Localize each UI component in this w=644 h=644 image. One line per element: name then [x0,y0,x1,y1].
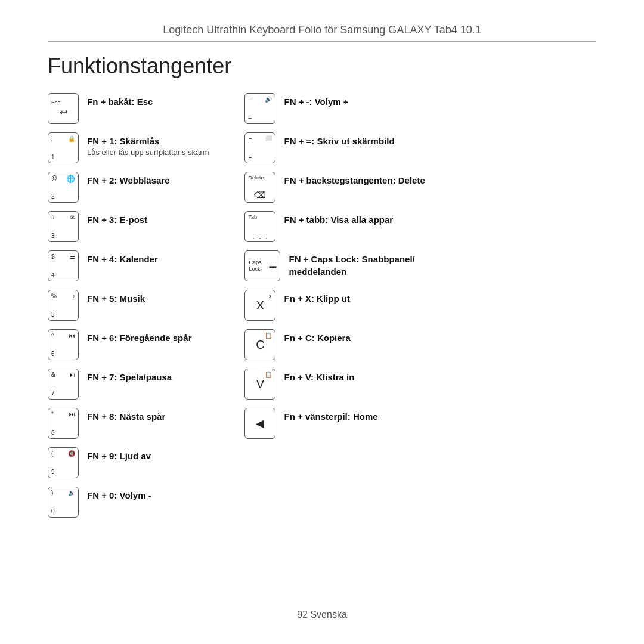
list-item: + ⬜ = FN + =: Skriv ut skärmbild [244,132,425,163]
key-v-label: V [256,377,264,391]
key-v: V 📋 [244,369,275,400]
list-item: – 🔊 – FN + -: Volym + [244,93,425,124]
fn-bold-text: Fn + vänsterpil: Home [284,411,377,422]
key-c-super: 📋 [265,332,272,339]
key-label: Delete [248,175,264,181]
key-top-right: ⏭ [69,411,75,417]
caps-label-bottom: Lock [249,266,260,273]
list-item: Tab ⋮⋮⋮ FN + tabb: Visa alla appar [244,211,425,242]
fn-bold-text: FN + 2: Webbläsare [87,175,170,185]
left-column: Esc ↩ Fn + bakåt: Esc ! 🔒 1 FN + 1: S [48,93,209,518]
key-equals: + ⬜ = [244,132,275,163]
key-top-left: $ [51,253,55,260]
key-top-right: 🔇 [68,450,75,457]
fn-sub-text: Lås eller lås upp surfplattans skärm [87,147,209,158]
fn-description: FN + -: Volym + [284,93,348,108]
key-6: ^ ⏮ 6 [48,329,79,360]
key-top-left: % [51,293,57,299]
fn-bold-text: FN + =: Skriv ut skärmbild [284,136,394,146]
key-top-left: @ [51,175,57,181]
fn-bold-text: FN + Caps Lock: Snabbpanel/meddelanden [289,254,414,277]
list-item: & ⏯ 7 FN + 7: Spela/pausa [48,369,209,400]
key-7: & ⏯ 7 [48,369,79,400]
key-top-right: 🔊 [265,96,272,103]
fn-description: FN + 5: Musik [87,290,145,305]
list-item: ( 🔇 9 FN + 9: Ljud av [48,447,209,478]
fn-description: Fn + vänsterpil: Home [284,408,377,423]
fn-description: FN + tabb: Visa alla appar [284,211,393,226]
fn-bold-text: FN + 5: Musik [87,293,145,304]
key-top-right: 🔉 [68,490,75,496]
fn-description: FN + 2: Webbläsare [87,172,170,187]
caps-label-group: Caps Lock [249,259,261,273]
key-bottom-left: 7 [51,390,55,397]
key-top-right: ✉ [70,214,75,221]
list-item: ◀ Fn + vänsterpil: Home [244,408,425,439]
fn-bold-text: Fn + C: Kopiera [284,333,350,343]
fn-description: FN + 6: Föregående spår [87,329,191,344]
key-top-right: ⏯ [69,371,75,378]
key-top-right: ⬜ [265,135,272,141]
list-item: Delete ⌫ FN + backstegstangenten: Delete [244,172,425,203]
fn-bold-text: FN + tabb: Visa alla appar [284,215,393,225]
key-bottom-left: 6 [51,351,55,357]
key-x-super: x [268,293,271,299]
key-2: @ 🌐 2 [48,172,79,203]
key-bottom-left: 2 [51,193,55,200]
key-top-right: ☰ [70,253,75,260]
content-area: Esc ↩ Fn + bakåt: Esc ! 🔒 1 FN + 1: S [48,93,596,518]
key-top-left: + [248,135,252,142]
fn-description: Fn + bakåt: Esc [87,93,153,108]
fn-description: FN + 3: E-post [87,211,147,226]
key-c: C 📋 [244,329,275,360]
key-5: % ♪ 5 [48,290,79,321]
key-c-label: C [256,338,264,352]
key-delete: Delete ⌫ [244,172,275,203]
list-item: V 📋 Fn + V: Klistra in [244,369,425,400]
key-0: ) 🔉 0 [48,487,79,518]
delete-icon: ⌫ [254,190,266,200]
list-item: % ♪ 5 FN + 5: Musik [48,290,209,321]
key-top-left: # [51,214,55,221]
key-top-left: ^ [51,332,54,339]
key-bottom-left: 5 [51,311,55,318]
list-item: ^ ⏮ 6 FN + 6: Föregående spår [48,329,209,360]
key-label: Tab [248,214,257,220]
fn-bold-text: FN + 9: Ljud av [87,451,151,461]
key-top-left: ( [51,450,53,457]
right-column: – 🔊 – FN + -: Volym + + ⬜ = [244,93,425,518]
fn-description: Fn + V: Klistra in [284,369,354,383]
footer-text: 92 Svenska [297,609,347,620]
list-item: C 📋 Fn + C: Kopiera [244,329,425,360]
key-top-left: * [51,411,54,417]
list-item: * ⏭ 8 FN + 8: Nästa spår [48,408,209,439]
key-top-left: ) [51,490,53,496]
list-item: @ 🌐 2 FN + 2: Webbläsare [48,172,209,203]
caps-label-top: Caps [249,259,261,266]
list-item: # ✉ 3 FN + 3: E-post [48,211,209,242]
list-item: X x Fn + X: Klipp ut [244,290,425,321]
fn-bold-text: FN + -: Volym + [284,97,348,107]
key-top-left: ! [51,135,53,142]
list-item: Esc ↩ Fn + bakåt: Esc [48,93,209,124]
fn-description: FN + Caps Lock: Snabbpanel/meddelanden [289,250,414,278]
key-v-super: 📋 [265,371,272,378]
fn-bold-text: FN + 8: Nästa spår [87,411,165,422]
fn-description: Fn + C: Kopiera [284,329,350,344]
key-x-label: X [256,299,264,312]
key-x: X x [244,290,275,321]
fn-bold-text: FN + 4: Kalender [87,254,158,264]
key-top-right: 🔒 [68,135,75,142]
fn-bold-text: FN + 3: E-post [87,215,147,225]
key-bottom-left: – [248,114,252,121]
key-bottom-left: 3 [51,233,55,239]
key-3: # ✉ 3 [48,211,79,242]
fn-description: FN + =: Skriv ut skärmbild [284,132,394,147]
key-left-arrow: ◀ [244,408,275,439]
fn-bold-text: Fn + V: Klistra in [284,372,354,382]
fn-bold-text: FN + 7: Spela/pausa [87,372,172,382]
key-8: * ⏭ 8 [48,408,79,439]
footer: 92 Svenska [0,609,644,620]
key-9: ( 🔇 9 [48,447,79,478]
key-top-right: 🌐 [66,175,75,183]
